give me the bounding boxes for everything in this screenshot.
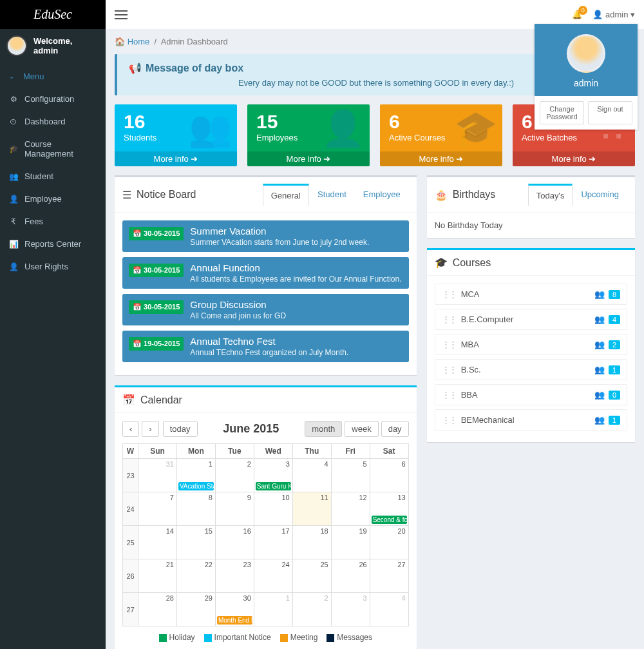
users-icon: 👥 — [594, 415, 605, 425]
cal-day[interactable]: 28 — [138, 593, 177, 626]
drag-handle-icon[interactable]: ⋮⋮ — [442, 289, 456, 299]
course-item[interactable]: ⋮⋮MCA 👥8 — [435, 284, 627, 305]
course-item[interactable]: ⋮⋮BBA 👥0 — [435, 384, 627, 405]
notice-item[interactable]: 📅 30-05-2015 Group Discussion All Come a… — [122, 294, 409, 325]
more-info-link[interactable]: More info ➜ — [115, 151, 237, 166]
cal-day[interactable]: 21 — [138, 559, 177, 593]
change-password-button[interactable]: Change Password — [540, 101, 584, 124]
cal-day[interactable]: 12 — [331, 492, 370, 526]
drag-handle-icon[interactable]: ⋮⋮ — [442, 365, 456, 374]
cal-day[interactable]: 23 — [215, 559, 254, 593]
cal-day[interactable]: 10 — [254, 492, 292, 526]
cal-day[interactable]: 8 — [176, 492, 215, 526]
birthdays-title: Birthdays — [453, 189, 496, 200]
cal-day[interactable]: 1 — [254, 593, 292, 626]
sidebar-item-label: User Rights — [24, 262, 68, 271]
sidebar-item-fees[interactable]: ₹Fees — [0, 210, 106, 233]
tab-student[interactable]: Student — [309, 184, 355, 206]
cal-event[interactable]: Sant Guru Ka — [256, 482, 291, 490]
cal-today-button[interactable]: today — [163, 421, 198, 437]
notice-tabs: General Student Employee — [263, 184, 409, 206]
cal-day[interactable]: 9 — [215, 492, 254, 526]
hamburger-icon[interactable] — [115, 10, 128, 19]
cal-day[interactable]: 18 — [292, 526, 331, 559]
sign-out-button[interactable]: Sign out — [588, 101, 632, 124]
welcome-text: Welcome, admin — [33, 36, 99, 55]
cal-day[interactable]: 17 — [254, 526, 292, 559]
cal-day[interactable]: 26 — [331, 559, 370, 593]
sidebar-item-label: Fees — [24, 217, 43, 226]
cal-event[interactable]: Month End M — [217, 616, 252, 625]
course-item[interactable]: ⋮⋮MBA 👥2 — [435, 334, 627, 355]
cal-day[interactable]: 29 — [176, 593, 215, 626]
course-item[interactable]: ⋮⋮B.Sc. 👥1 — [435, 359, 627, 380]
cal-day[interactable]: 11 — [292, 492, 331, 526]
cal-day[interactable]: 16 — [215, 526, 254, 559]
breadcrumb-home[interactable]: Home — [128, 37, 150, 46]
drag-handle-icon[interactable]: ⋮⋮ — [442, 315, 456, 324]
cal-day[interactable]: 25 — [292, 559, 331, 593]
cal-next-button[interactable]: › — [142, 421, 158, 437]
cal-day[interactable]: 3 — [331, 593, 370, 626]
sidebar-item-course-management[interactable]: 🎓Course Management — [0, 133, 106, 165]
sidebar-item-user-rights[interactable]: 👤User Rights — [0, 255, 106, 278]
cal-day[interactable]: 31 — [138, 459, 177, 492]
cal-day[interactable]: 5 — [331, 459, 370, 492]
cal-dow: Sat — [370, 444, 408, 459]
cal-day[interactable]: 19 — [331, 526, 370, 559]
more-info-link[interactable]: More info ➜ — [380, 151, 502, 166]
drag-handle-icon[interactable]: ⋮⋮ — [442, 415, 456, 425]
cal-day[interactable]: 7 — [138, 492, 177, 526]
cal-week-num: 27 — [123, 593, 138, 626]
cal-day[interactable]: 22 — [176, 559, 215, 593]
cal-day[interactable]: 2 — [215, 459, 254, 492]
tab-today[interactable]: Today's — [528, 184, 573, 206]
cal-day[interactable]: 6 — [370, 459, 408, 492]
cal-day[interactable]: 13Second & four — [370, 492, 408, 526]
cal-day[interactable]: 14 — [138, 526, 177, 559]
notice-item[interactable]: 📅 19-05-2015 Annual Techno Fest Annual T… — [122, 331, 409, 362]
tab-upcoming[interactable]: Upcoming — [573, 184, 627, 206]
cal-view-month[interactable]: month — [305, 421, 342, 437]
sidebar-item-dashboard[interactable]: ⏲Dashboard — [0, 110, 106, 133]
sidebar-item-reports-center[interactable]: 📊Reports Center — [0, 233, 106, 255]
users-icon: 👥 — [594, 365, 605, 374]
cal-day[interactable]: 2 — [292, 593, 331, 626]
cal-dow: Tue — [215, 444, 254, 459]
notice-title: Group Discussion — [190, 299, 286, 310]
cal-prev-button[interactable]: ‹ — [122, 421, 139, 437]
cal-day[interactable]: 24 — [254, 559, 292, 593]
sidebar-menu-header[interactable]: ⌄ Menu — [0, 65, 106, 88]
notifications-button[interactable]: 🔔 0 — [572, 10, 582, 19]
cal-day[interactable]: 27 — [370, 559, 408, 593]
cal-event[interactable]: Second & four — [372, 516, 407, 524]
cal-event[interactable]: VAcation Star — [178, 482, 214, 490]
brand-logo[interactable]: EduSec — [0, 0, 106, 29]
cal-day[interactable]: 20 — [370, 526, 408, 559]
cal-view-day[interactable]: day — [381, 421, 409, 437]
cal-day[interactable]: 3Sant Guru Ka — [254, 459, 292, 492]
notification-badge: 0 — [578, 6, 587, 15]
tab-general[interactable]: General — [263, 184, 309, 206]
cal-day[interactable]: 1VAcation Star — [176, 459, 215, 492]
course-item[interactable]: ⋮⋮BEMechanical 👥1 — [435, 409, 627, 431]
cal-day[interactable]: 4 — [370, 593, 408, 626]
cal-view-week[interactable]: week — [345, 421, 378, 437]
cal-day[interactable]: 4 — [292, 459, 331, 492]
sidebar-item-configuration[interactable]: ⚙Configuration — [0, 88, 106, 110]
sidebar-item-student[interactable]: 👥Student — [0, 165, 106, 188]
more-info-link[interactable]: More info ➜ — [513, 151, 635, 166]
cal-day[interactable]: 15 — [176, 526, 215, 559]
cal-day[interactable]: 30Month End M — [215, 593, 254, 626]
drag-handle-icon[interactable]: ⋮⋮ — [442, 340, 456, 349]
breadcrumb-current: Admin Dashboard — [161, 37, 228, 46]
user-menu-toggle[interactable]: 👤 admin ▾ — [592, 10, 635, 19]
drag-handle-icon[interactable]: ⋮⋮ — [442, 390, 456, 400]
course-item[interactable]: ⋮⋮B.E.Computer 👥4 — [435, 309, 627, 330]
course-name: MBA — [461, 340, 479, 349]
more-info-link[interactable]: More info ➜ — [247, 151, 370, 166]
notice-item[interactable]: 📅 30-05-2015 Summer Vacation Summer VAca… — [122, 220, 409, 252]
notice-item[interactable]: 📅 30-05-2015 Annual Function All student… — [122, 257, 409, 289]
sidebar-item-employee[interactable]: 👤Employee — [0, 188, 106, 210]
tab-employee[interactable]: Employee — [355, 184, 409, 206]
